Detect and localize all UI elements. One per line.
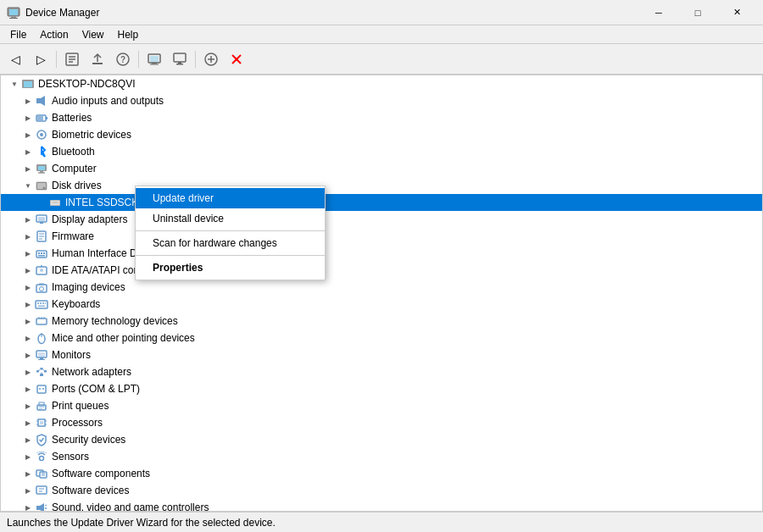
- human-interface-icon: [35, 247, 48, 260]
- tree-item-bluetooth[interactable]: ▶ Bluetooth: [1, 143, 762, 160]
- tree-item-imaging[interactable]: ▶ Imaging devices: [1, 279, 762, 296]
- disk-drives-expander[interactable]: ▼: [21, 179, 35, 192]
- tree-item-software-devices[interactable]: ▶ Software devices: [1, 482, 762, 499]
- svg-rect-3: [9, 18, 18, 19]
- svg-rect-76: [38, 359, 45, 360]
- tree-item-security[interactable]: ▶ Security devices: [1, 431, 762, 448]
- tree-item-memory[interactable]: ▶ Memory technology devices: [1, 313, 762, 330]
- context-update-driver[interactable]: Update driver: [136, 188, 325, 208]
- tree-item-human-interface[interactable]: ▶ Human Interface D...: [1, 245, 762, 262]
- batteries-label: Batteries: [52, 112, 92, 124]
- monitors-expander[interactable]: ▶: [21, 348, 35, 362]
- svg-rect-64: [45, 302, 46, 304]
- help-button[interactable]: ?: [111, 47, 135, 71]
- context-properties[interactable]: Properties: [136, 258, 325, 278]
- context-separator-1: [136, 230, 325, 231]
- audio-expander[interactable]: ▶: [21, 94, 35, 108]
- tree-item-audio[interactable]: ▶ Audio inputs and outputs: [1, 92, 762, 109]
- sensors-expander[interactable]: ▶: [21, 450, 35, 463]
- svg-rect-8: [92, 63, 103, 64]
- security-expander[interactable]: ▶: [21, 433, 35, 446]
- print-queues-expander[interactable]: ▶: [21, 399, 35, 413]
- tree-item-sound-video[interactable]: ▶ Sound, video and game controllers: [1, 499, 762, 511]
- tree-item-monitors[interactable]: ▶ Monitors: [1, 346, 762, 363]
- tree-view[interactable]: ▼ DESKTOP-NDC8QVI ▶ Audio inputs and out…: [1, 75, 762, 511]
- status-bar: Launches the Update Driver Wizard for th…: [0, 512, 763, 532]
- svg-point-86: [42, 388, 44, 390]
- ports-label: Ports (COM & LPT): [52, 383, 140, 395]
- tree-item-sensors[interactable]: ▶ Sensors: [1, 448, 762, 465]
- root-expander[interactable]: ▼: [8, 77, 21, 91]
- svg-rect-66: [36, 319, 47, 324]
- forward-button[interactable]: ▷: [29, 47, 53, 71]
- tree-root[interactable]: ▼ DESKTOP-NDC8QVI: [1, 75, 762, 92]
- bluetooth-expander[interactable]: ▶: [21, 145, 35, 158]
- tree-item-keyboards[interactable]: ▶ Keyboards: [1, 296, 762, 313]
- processors-label: Processors: [52, 417, 103, 429]
- add-device-button[interactable]: [199, 47, 223, 71]
- network-icon: [35, 365, 48, 379]
- update-driver-button[interactable]: [86, 47, 109, 71]
- svg-rect-28: [46, 117, 47, 119]
- ide-expander[interactable]: ▶: [21, 263, 35, 277]
- network-expander[interactable]: ▶: [21, 365, 35, 379]
- back-button[interactable]: ◁: [3, 47, 27, 71]
- context-uninstall-device[interactable]: Uninstall device: [136, 208, 325, 229]
- firmware-expander[interactable]: ▶: [21, 230, 35, 243]
- tree-item-biometric[interactable]: ▶ Biometric devices: [1, 126, 762, 143]
- svg-rect-2: [11, 16, 16, 18]
- toolbar-separator-3: [195, 51, 196, 68]
- menu-help[interactable]: Help: [111, 25, 146, 44]
- monitors-label: Monitors: [52, 349, 91, 361]
- mice-expander[interactable]: ▶: [21, 331, 35, 345]
- svg-point-55: [40, 269, 43, 272]
- software-components-expander[interactable]: ▶: [21, 467, 35, 480]
- keyboards-expander[interactable]: ▶: [21, 297, 35, 311]
- properties-button[interactable]: [60, 47, 84, 71]
- intel-ssd-icon: [48, 196, 62, 209]
- monitor-button[interactable]: [142, 47, 166, 71]
- memory-expander[interactable]: ▶: [21, 314, 35, 328]
- title-bar-text: Device Manager: [25, 7, 639, 19]
- biometric-icon: [35, 128, 48, 141]
- tree-item-firmware[interactable]: ▶ Firmware: [1, 228, 762, 245]
- tree-item-computer[interactable]: ▶ Computer: [1, 160, 762, 177]
- tree-item-batteries[interactable]: ▶ Batteries: [1, 109, 762, 126]
- tree-item-disk-drives[interactable]: ▼ Disk drives: [1, 177, 762, 194]
- minimize-button[interactable]: ─: [639, 0, 678, 25]
- imaging-label: Imaging devices: [52, 281, 125, 293]
- svg-point-85: [39, 388, 41, 390]
- software-devices-expander[interactable]: ▶: [21, 484, 35, 497]
- tree-item-print-queues[interactable]: ▶ Print queues: [1, 397, 762, 414]
- tree-item-ide[interactable]: ▶ IDE ATA/ATAPI con...: [1, 262, 762, 279]
- remove-device-button[interactable]: [225, 47, 248, 71]
- context-scan-hardware[interactable]: Scan for hardware changes: [136, 233, 325, 253]
- network-button[interactable]: [168, 47, 192, 71]
- display-expander[interactable]: ▶: [21, 213, 35, 226]
- security-icon: [35, 433, 48, 446]
- batteries-expander[interactable]: ▶: [21, 111, 35, 125]
- tree-item-network[interactable]: ▶ Network adapters: [1, 363, 762, 380]
- imaging-expander[interactable]: ▶: [21, 280, 35, 294]
- svg-rect-60: [36, 301, 47, 308]
- menu-action[interactable]: Action: [33, 25, 75, 44]
- menu-file[interactable]: File: [3, 25, 33, 44]
- computer-expander[interactable]: ▶: [21, 162, 35, 175]
- biometric-expander[interactable]: ▶: [21, 128, 35, 141]
- human-interface-expander[interactable]: ▶: [21, 247, 35, 260]
- tree-item-display[interactable]: ▶ Display adapters: [1, 211, 762, 228]
- processors-expander[interactable]: ▶: [21, 416, 35, 429]
- tree-item-software-components[interactable]: ▶ Software components: [1, 465, 762, 482]
- ports-expander[interactable]: ▶: [21, 382, 35, 396]
- close-button[interactable]: ✕: [717, 0, 756, 25]
- tree-item-mice[interactable]: ▶ Mice and other pointing devices: [1, 330, 762, 346]
- tree-item-ports[interactable]: ▶ Ports (COM & LPT): [1, 380, 762, 397]
- tree-item-processors[interactable]: ▶ Processors: [1, 414, 762, 431]
- maximize-button[interactable]: □: [678, 0, 717, 25]
- svg-rect-77: [40, 374, 43, 376]
- menu-view[interactable]: View: [75, 25, 111, 44]
- sound-video-expander[interactable]: ▶: [21, 501, 35, 511]
- svg-point-31: [40, 133, 43, 136]
- title-bar-buttons: ─ □ ✕: [639, 0, 756, 25]
- tree-item-intel-ssd[interactable]: INTEL SSDSCKKF256G8H: [1, 194, 762, 211]
